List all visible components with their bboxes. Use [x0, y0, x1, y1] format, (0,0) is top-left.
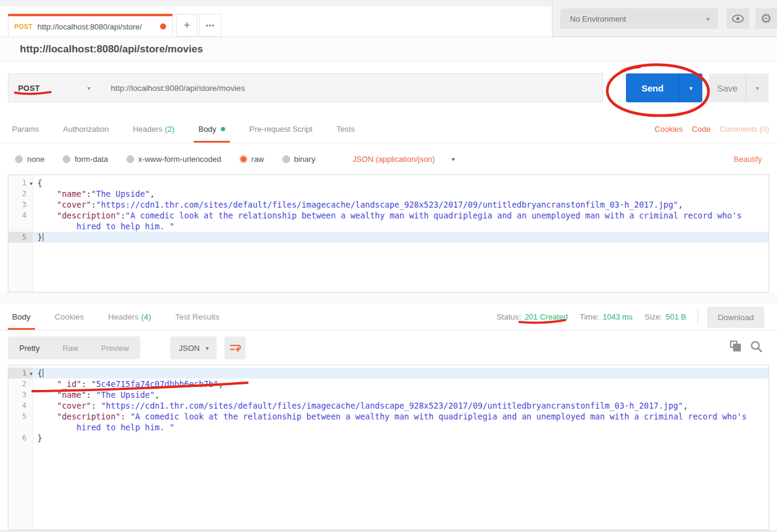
- gutter-line-number: 3: [8, 389, 33, 400]
- download-button[interactable]: Download: [707, 307, 764, 328]
- bodytype-radio-raw[interactable]: raw: [240, 155, 264, 164]
- tab-response-cookies[interactable]: Cookies: [55, 304, 84, 330]
- view-pretty[interactable]: Pretty: [8, 344, 51, 353]
- save-button[interactable]: Save: [709, 73, 746, 102]
- tab-body[interactable]: Body: [199, 115, 226, 143]
- status-value: 201 Created: [525, 312, 568, 321]
- tab-tests[interactable]: Tests: [336, 115, 354, 143]
- code-line[interactable]: 5"description": "A comedic look at the r…: [8, 411, 769, 433]
- tab-authorization[interactable]: Authorization: [63, 115, 109, 143]
- code-line[interactable]: 3"name": "The Upside",: [8, 389, 769, 400]
- cookies-link[interactable]: Cookies: [655, 125, 683, 134]
- tab-params[interactable]: Params: [12, 115, 39, 143]
- code-line[interactable]: 2"_id": "5c4e715fa74c07dbbb6ecb7b",: [8, 379, 769, 389]
- code-link[interactable]: Code: [692, 125, 711, 134]
- new-tab-button[interactable]: +: [176, 14, 197, 37]
- code-line-text: "name":"The Upside",: [33, 188, 769, 199]
- view-raw[interactable]: Raw: [51, 344, 90, 353]
- unsaved-dot-icon: [160, 23, 166, 29]
- radio-icon: [282, 155, 290, 163]
- code-line[interactable]: 4"cover": "https://cdn1.thr.com/sites/de…: [8, 400, 769, 411]
- time-value: 1043 ms: [602, 312, 633, 321]
- code-line[interactable]: 2"name":"The Upside",: [8, 188, 769, 199]
- code-line[interactable]: 5}: [8, 232, 769, 243]
- code-line-text: }: [33, 433, 769, 444]
- radio-icon: [126, 155, 134, 163]
- chevron-down-icon: ▾: [756, 85, 759, 91]
- environment-quick-look-button[interactable]: [726, 8, 749, 29]
- request-body-editor[interactable]: 1▾{2"name":"The Upside",3"cover":"https:…: [8, 175, 769, 292]
- gutter-line-number: 6: [8, 433, 33, 444]
- send-label: Send: [642, 83, 664, 93]
- gutter-line-number: 1▾: [8, 178, 33, 188]
- gutter-line-number: 3: [8, 199, 33, 210]
- chevron-down-icon: ▾: [87, 85, 90, 91]
- request-url-title: http://localhost:8080/api/store/movies: [20, 43, 203, 55]
- request-builder: POST ▾ http://localhost:8080/api/store/m…: [0, 61, 777, 115]
- request-tabs-bar: Params Authorization Headers (2) Body Pr…: [0, 115, 777, 143]
- comments-link[interactable]: Comments (0): [720, 125, 769, 134]
- request-tab-method-label: POST: [14, 23, 33, 30]
- plus-icon: +: [184, 19, 190, 32]
- request-tab-url: http://localhost:8080/api/store/: [37, 22, 160, 31]
- gear-icon: ⚙: [761, 13, 772, 25]
- fold-arrow-icon[interactable]: ▾: [29, 178, 33, 189]
- text-cursor: [43, 233, 43, 241]
- meta-divider: [698, 309, 698, 325]
- code-line-text: }: [33, 232, 769, 243]
- bodytype-radio-none[interactable]: none: [15, 155, 45, 164]
- response-body-editor[interactable]: 1▾{2"_id": "5c4e715fa74c07dbbb6ecb7b",3"…: [8, 365, 769, 530]
- wrap-lines-button[interactable]: [224, 336, 246, 359]
- code-line[interactable]: 3"cover":"https://cdn1.thr.com/sites/def…: [8, 199, 769, 210]
- code-line[interactable]: 6}: [8, 433, 769, 444]
- bodytype-radio-form-data[interactable]: form-data: [63, 155, 108, 164]
- code-line-text: "description": "A comedic look at the re…: [33, 411, 769, 433]
- tab-test-results[interactable]: Test Results: [175, 304, 220, 330]
- code-line[interactable]: 1▾{: [8, 368, 769, 379]
- content-type-select[interactable]: JSON (application/json) ▾: [353, 155, 455, 164]
- eye-icon: [731, 14, 744, 23]
- send-button[interactable]: Send: [626, 73, 679, 102]
- tab-response-body[interactable]: Body: [12, 304, 31, 330]
- time-label: Time:: [580, 312, 599, 321]
- postman-app: POST http://localhost:8080/api/store/ + …: [0, 0, 777, 532]
- tab-headers[interactable]: Headers (2): [133, 115, 175, 143]
- code-line-text: "_id": "5c4e715fa74c07dbbb6ecb7b",: [33, 379, 769, 389]
- radio-icon: [63, 155, 70, 163]
- tab-pre-request-script[interactable]: Pre-request Script: [249, 115, 312, 143]
- text-cursor: [43, 369, 43, 377]
- environment-select[interactable]: No Environment ▾: [560, 8, 718, 29]
- size-value: 501 B: [666, 312, 686, 321]
- code-line-text: "description":"A comedic look at the rel…: [33, 210, 769, 232]
- bodytype-radio-urlencoded[interactable]: x-www-form-urlencoded: [126, 155, 221, 164]
- bodytype-radio-binary[interactable]: binary: [282, 155, 315, 164]
- view-preview[interactable]: Preview: [90, 344, 140, 353]
- url-text: http://localhost:8080/api/store/movies: [100, 84, 245, 93]
- settings-button[interactable]: ⚙: [755, 8, 777, 29]
- status-label: Status:: [497, 312, 521, 321]
- url-input[interactable]: http://localhost:8080/api/store/movies: [100, 73, 603, 102]
- request-tab[interactable]: POST http://localhost:8080/api/store/: [8, 14, 173, 37]
- search-response-button[interactable]: [749, 339, 764, 354]
- code-line-text: "cover": "https://cdn1.thr.com/sites/def…: [33, 400, 769, 411]
- code-line-text: "cover":"https://cdn1.thr.com/sites/defa…: [33, 199, 769, 210]
- code-line[interactable]: 1▾{: [8, 178, 769, 188]
- send-button-group: Send ▾: [626, 73, 702, 102]
- more-tabs-button[interactable]: •••: [199, 14, 221, 37]
- code-line[interactable]: 4"description":"A comedic look at the re…: [8, 210, 769, 232]
- body-filled-dot-icon: [221, 127, 225, 131]
- fold-arrow-icon[interactable]: ▾: [29, 368, 33, 379]
- send-options-dropdown[interactable]: ▾: [679, 73, 702, 102]
- copy-response-button[interactable]: [729, 340, 744, 354]
- environment-label: No Environment: [560, 14, 626, 23]
- chevron-down-icon: ▾: [707, 16, 710, 22]
- response-tabs-bar: Body Cookies Headers (4) Test Results St…: [0, 304, 777, 330]
- save-options-dropdown[interactable]: ▾: [746, 73, 769, 102]
- ellipsis-icon: •••: [206, 22, 215, 29]
- code-line-text: {: [33, 368, 769, 379]
- response-format-select[interactable]: JSON ▾: [170, 336, 217, 359]
- tab-response-headers[interactable]: Headers (4): [108, 304, 152, 330]
- beautify-link[interactable]: Beautify: [734, 155, 762, 164]
- method-select[interactable]: POST ▾: [8, 73, 101, 102]
- size-label: Size:: [645, 312, 662, 321]
